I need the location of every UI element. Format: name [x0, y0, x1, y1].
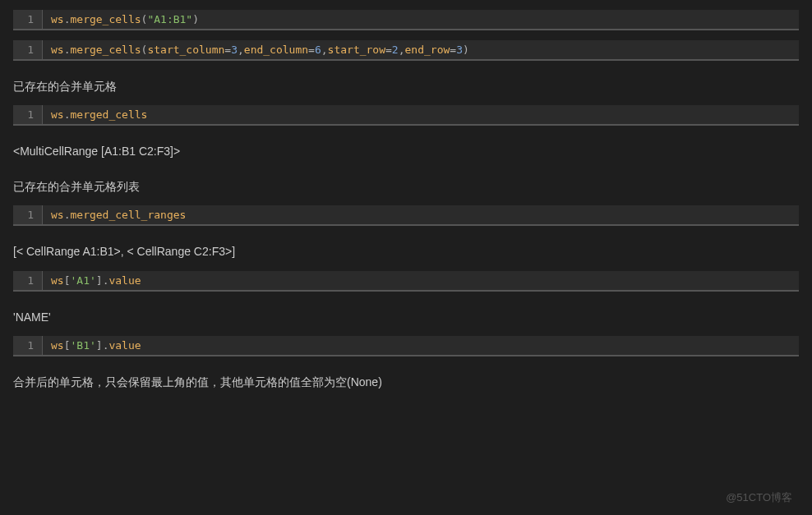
- line-number: 1: [13, 10, 43, 29]
- document-content: 1ws.merge_cells("A1:B1")1ws.merge_cells(…: [0, 10, 812, 412]
- line-number: 1: [13, 336, 43, 355]
- code-content: ws.merged_cell_ranges: [43, 205, 799, 224]
- code-block: 1ws.merge_cells("A1:B1"): [13, 10, 799, 30]
- code-block: 1ws.merged_cells: [13, 105, 799, 126]
- code-content: ws['A1'].value: [43, 271, 799, 290]
- code-token: ws: [51, 108, 64, 121]
- code-token: =: [450, 44, 456, 56]
- code-token: ,: [399, 44, 405, 56]
- code-token: 'A1': [70, 274, 95, 287]
- code-token: ws: [51, 274, 64, 287]
- code-token: merge_cells: [70, 44, 141, 56]
- code-token: ws: [51, 13, 64, 25]
- text-paragraph: 已存在的合并单元格列表: [13, 177, 799, 195]
- code-token: 'B1': [70, 339, 95, 352]
- code-token: ): [192, 13, 199, 25]
- code-token: merged_cell_ranges: [70, 209, 186, 221]
- code-content: ws.merge_cells(start_column=3,end_column…: [43, 40, 799, 59]
- code-token: ]: [96, 274, 103, 287]
- text-paragraph: 已存在的合并单元格: [13, 77, 799, 95]
- line-number: 1: [13, 271, 43, 290]
- code-token: ,: [238, 44, 244, 56]
- line-number: 1: [13, 105, 43, 124]
- code-token: start_column: [147, 44, 224, 56]
- code-token: 2: [392, 44, 399, 56]
- code-content: ws.merge_cells("A1:B1"): [43, 10, 799, 29]
- line-number: 1: [13, 205, 43, 224]
- code-token: 3: [456, 44, 463, 56]
- code-token: 6: [315, 44, 321, 56]
- code-token: value: [108, 274, 141, 287]
- code-token: ,: [321, 44, 328, 56]
- code-token: 3: [231, 44, 238, 56]
- code-token: =: [308, 44, 315, 56]
- code-token: ws: [51, 339, 64, 352]
- code-token: value: [108, 339, 141, 352]
- code-token: "A1:B1": [147, 13, 192, 25]
- code-token: end_row: [405, 44, 450, 56]
- text-paragraph: 'NAME': [13, 308, 799, 326]
- code-block: 1ws.merged_cell_ranges: [13, 205, 799, 226]
- code-block: 1ws['A1'].value: [13, 271, 799, 292]
- line-number: 1: [13, 40, 43, 59]
- code-token: merged_cells: [70, 108, 147, 121]
- text-paragraph: 合并后的单元格，只会保留最上角的值，其他单元格的值全部为空(None): [13, 373, 799, 391]
- code-token: =: [224, 44, 231, 56]
- code-token: start_row: [328, 44, 385, 56]
- code-token: end_column: [244, 44, 308, 56]
- code-content: ws['B1'].value: [43, 336, 799, 355]
- text-paragraph: [< CellRange A1:B1>, < CellRange C2:F3>]: [13, 242, 799, 260]
- code-token: ): [463, 44, 469, 56]
- code-block: 1ws['B1'].value: [13, 336, 799, 356]
- code-token: ws: [51, 44, 64, 56]
- text-paragraph: <MultiCellRange [A1:B1 C2:F3]>: [13, 142, 799, 160]
- code-token: ]: [96, 339, 103, 352]
- code-token: merge_cells: [70, 13, 141, 25]
- watermark: @51CTO博客: [726, 490, 792, 505]
- code-content: ws.merged_cells: [43, 105, 799, 124]
- code-block: 1ws.merge_cells(start_column=3,end_colum…: [13, 40, 799, 61]
- code-token: ws: [51, 209, 64, 221]
- code-token: =: [385, 44, 392, 56]
